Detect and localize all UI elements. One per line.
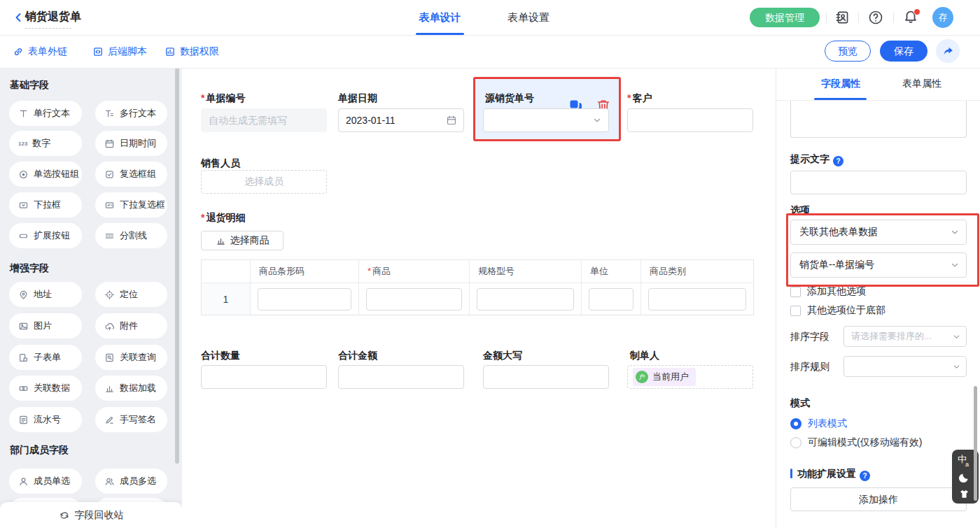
- palette-item-subform[interactable]: 子表单: [9, 345, 82, 370]
- palette-item-linked-query[interactable]: 关联查询: [95, 345, 167, 370]
- category-input[interactable]: [648, 288, 746, 311]
- save-button[interactable]: 保存: [880, 41, 927, 62]
- people-icon: [104, 476, 115, 487]
- other-option-bottom-checkbox[interactable]: 其他选项位于底部: [790, 304, 886, 317]
- palette-item-dropdown[interactable]: 下拉框: [9, 192, 82, 217]
- calendar-icon: [104, 138, 115, 149]
- user-avatar[interactable]: 存: [932, 7, 953, 28]
- product-input[interactable]: [366, 288, 462, 311]
- col-header-index: [202, 260, 251, 283]
- image-icon: [18, 321, 29, 331]
- share-arrow-icon: [941, 45, 954, 57]
- palette-item-checkbox-group[interactable]: 复选框组: [95, 162, 167, 187]
- help-icon[interactable]: [868, 10, 883, 25]
- selected-field-source-order[interactable]: 源销货单号: [473, 77, 621, 141]
- palette-item-multi-line-text[interactable]: 多行文本: [95, 101, 167, 126]
- doc-no-input[interactable]: [201, 108, 327, 132]
- tab-form-properties[interactable]: 表单属性: [887, 68, 957, 99]
- palette-item-datetime[interactable]: 日期时间: [95, 131, 167, 156]
- mode-editable-radio[interactable]: 可编辑模式(仅移动端有效): [790, 436, 922, 449]
- data-permission-link[interactable]: 数据权限: [164, 35, 219, 68]
- tab-form-design[interactable]: 表单设计: [416, 0, 464, 34]
- col-header-spec: 规格型号: [470, 260, 582, 283]
- field-label-creator: 制单人: [630, 349, 659, 362]
- bar-chart-square-icon: [164, 46, 176, 57]
- doc-date-input[interactable]: [338, 108, 464, 132]
- palette-item-member-multi[interactable]: 成员多选: [95, 469, 167, 494]
- palette-item-serial-number[interactable]: 流水号: [9, 407, 82, 432]
- sidebar-scrollbar[interactable]: [175, 68, 179, 464]
- tab-form-settings[interactable]: 表单设置: [505, 0, 552, 34]
- sort-field-label: 排序字段: [790, 330, 830, 343]
- palette-item-signature[interactable]: 手写签名: [95, 407, 167, 432]
- add-action-button[interactable]: 添加操作: [790, 487, 967, 511]
- hint-text-label: 提示文字?: [790, 152, 844, 165]
- dark-mode-icon[interactable]: [956, 469, 972, 485]
- palette-item-member-single[interactable]: 成员单选: [9, 469, 82, 494]
- palette-item-number[interactable]: 123 数字: [9, 131, 82, 156]
- preview-button[interactable]: 预览: [825, 41, 871, 62]
- field-label-return-detail: 退货明细: [201, 211, 245, 224]
- data-manage-button[interactable]: 数据管理: [750, 8, 820, 27]
- total-amount-input[interactable]: [338, 365, 464, 389]
- chevron-down-icon: [952, 332, 961, 341]
- add-other-option-checkbox[interactable]: 添加其他选项: [790, 285, 866, 298]
- mode-label: 模式: [790, 397, 810, 409]
- source-order-select[interactable]: [483, 108, 609, 132]
- field-recycle-bin[interactable]: 字段回收站: [0, 502, 182, 528]
- checkbox-icon: [790, 287, 801, 297]
- unit-input[interactable]: [589, 288, 634, 311]
- scrolled-textarea[interactable]: [790, 101, 967, 138]
- customer-input[interactable]: [627, 108, 753, 132]
- tab-field-properties[interactable]: 字段属性: [806, 68, 876, 99]
- field-label-doc-no: 单据编号: [201, 92, 245, 104]
- mode-list-radio[interactable]: 列表模式: [790, 418, 847, 430]
- palette-item-attachment[interactable]: 附件: [95, 313, 167, 338]
- palette-item-divider-line[interactable]: 分割线: [95, 223, 167, 248]
- option-field-select[interactable]: 销货单--单据编号: [790, 252, 967, 278]
- share-button[interactable]: [936, 39, 960, 63]
- total-qty-input[interactable]: [201, 365, 327, 389]
- option-source-select[interactable]: 关联其他表单数据: [790, 220, 967, 245]
- palette-item-address[interactable]: 地址: [9, 282, 82, 307]
- back-icon[interactable]: [13, 12, 24, 23]
- single-line-text-icon: [18, 108, 29, 119]
- palette-item-image[interactable]: 图片: [9, 313, 82, 338]
- spec-input[interactable]: [477, 288, 574, 311]
- sort-field-select[interactable]: 请选择需要排序的...: [844, 326, 967, 347]
- amount-words-input[interactable]: [483, 365, 609, 389]
- palette-item-data-load[interactable]: 数据加载: [95, 376, 167, 401]
- address-book-icon[interactable]: [834, 10, 850, 25]
- chevron-down-icon: [592, 115, 602, 125]
- language-toggle-icon[interactable]: 中 a: [956, 453, 972, 469]
- palette-item-single-line-text[interactable]: 单行文本: [9, 101, 82, 126]
- sort-rule-select[interactable]: [844, 356, 967, 377]
- barcode-input[interactable]: [258, 288, 351, 311]
- help-circle-icon[interactable]: ?: [833, 156, 844, 166]
- creator-field[interactable]: 户 当前用户: [627, 365, 753, 389]
- form-external-link[interactable]: 表单外链: [13, 35, 67, 68]
- top-header: 销货退货单 表单设计 表单设置 数据管理 存: [0, 0, 980, 36]
- palette-item-extend-button[interactable]: 扩展按钮: [9, 223, 82, 248]
- theme-icon[interactable]: [956, 485, 972, 502]
- crosshair-icon: [104, 290, 115, 300]
- field-label-amount-words: 金额大写: [483, 349, 522, 362]
- help-circle-icon[interactable]: ?: [860, 471, 870, 481]
- detail-table-header-row: 商品条形码 商品 规格型号 单位 商品类别: [202, 260, 753, 283]
- backend-script-link[interactable]: 后端脚本: [92, 35, 147, 68]
- palette-item-radio-group[interactable]: 单选按钮组: [9, 162, 82, 187]
- accent-bar: [790, 469, 792, 478]
- property-panel: 字段属性 表单属性 提示文字? 选项 关联其他表单数据 销货单--单据编号 添加…: [776, 68, 980, 528]
- panel-scrollbar[interactable]: [974, 386, 977, 501]
- pick-product-button[interactable]: 选择商品: [201, 231, 284, 250]
- hint-text-input[interactable]: [790, 171, 967, 194]
- palette-item-multi-dropdown[interactable]: 下拉复选框: [95, 192, 167, 217]
- code-square-icon: [92, 46, 104, 57]
- category-cell: [641, 283, 753, 315]
- palette-item-locate[interactable]: 定位: [95, 282, 167, 307]
- page-title[interactable]: 销货退货单: [25, 10, 81, 24]
- salesperson-picker[interactable]: 选择成员: [201, 170, 327, 194]
- palette-item-linked-data[interactable]: 关联数据: [9, 376, 82, 401]
- calendar-icon[interactable]: [446, 115, 457, 126]
- barcode-cell: [251, 283, 359, 315]
